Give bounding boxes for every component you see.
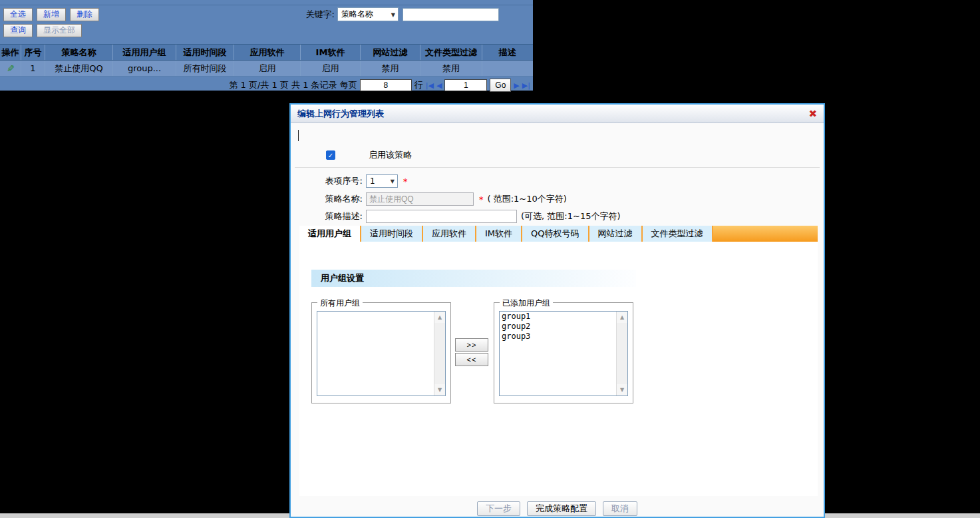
keyword-search-group: 关键字: 策略名称 ▼ xyxy=(306,7,499,21)
page-number-input[interactable] xyxy=(444,79,487,91)
enable-policy-checkbox[interactable]: ✓ xyxy=(326,150,335,160)
page-top-divider xyxy=(0,0,533,5)
tab-app-software[interactable]: 应用软件 xyxy=(423,226,476,242)
scroll-down-icon[interactable]: ▼ xyxy=(434,384,445,395)
cell-time-range: 所有时间段 xyxy=(176,61,234,76)
cell-file-type-filter: 禁用 xyxy=(420,61,482,76)
required-asterisk: * xyxy=(403,176,408,186)
list-item[interactable]: group2 xyxy=(500,322,627,332)
delete-button[interactable]: 删除 xyxy=(70,8,99,21)
all-user-groups-listbox[interactable]: ▲ ▼ xyxy=(317,311,446,396)
list-item[interactable]: group3 xyxy=(500,332,627,342)
finish-config-button[interactable]: 完成策略配置 xyxy=(527,501,596,516)
enable-policy-label: 启用该策略 xyxy=(369,149,412,161)
last-page-icon[interactable]: ▶| xyxy=(522,81,530,90)
column-header-website-filter: 网站过滤 xyxy=(361,45,420,60)
pagination-bar: 第 1 页/共 1 页 共 1 条记录 每页 行 |◀ ◀ Go ▶ ▶| xyxy=(0,77,533,94)
scroll-up-icon[interactable]: ▲ xyxy=(617,312,627,323)
tab-content-panel: 用户组设置 所有用户组 ▲ ▼ >> << 已添加用户组 group1 grou… xyxy=(299,242,818,496)
chevron-down-icon: ▼ xyxy=(391,11,395,17)
prev-page-icon[interactable]: ◀ xyxy=(436,81,442,90)
text-caret xyxy=(298,130,299,141)
list-item[interactable]: group1 xyxy=(500,312,627,322)
table-row: ✎ 1 禁止使用QQ group... 所有时间段 启用 启用 禁用 禁用 xyxy=(0,61,533,77)
policy-list-page: 全选 新增 删除 关键字: 策略名称 ▼ 查询 显示全部 操作 序号 策略名称 … xyxy=(0,0,533,91)
tab-qq-privilege-number[interactable]: QQ特权号码 xyxy=(522,226,589,242)
policy-desc-label: 策略描述: xyxy=(291,210,363,222)
dialog-body: ✓ 启用该策略 表项序号: 1 ▼ * 策略名称: * ( 范围:1~10个字符… xyxy=(291,123,824,517)
all-user-groups-fieldset: 所有用户组 ▲ ▼ xyxy=(311,302,451,403)
enable-policy-row: ✓ 启用该策略 xyxy=(326,149,412,161)
cell-description xyxy=(482,61,532,76)
required-asterisk: * xyxy=(479,194,484,204)
keyword-type-value: 策略名称 xyxy=(341,9,373,20)
added-user-groups-fieldset: 已添加用户组 group1 group2 group3 ▲ ▼ xyxy=(494,302,633,403)
tab-file-type-filter[interactable]: 文件类型过滤 xyxy=(643,226,713,242)
form-divider xyxy=(295,167,820,168)
column-header-index: 序号 xyxy=(21,45,45,60)
all-user-groups-legend: 所有用户组 xyxy=(317,298,363,309)
scroll-down-icon[interactable]: ▼ xyxy=(617,384,627,395)
policy-desc-input[interactable] xyxy=(366,210,517,223)
listbox-scrollbar[interactable]: ▲ ▼ xyxy=(434,312,445,395)
chevron-down-icon: ▼ xyxy=(391,178,395,184)
first-page-icon[interactable]: |◀ xyxy=(426,81,434,90)
tabbar-filler xyxy=(713,226,818,242)
dialog-title: 编辑上网行为管理列表 xyxy=(297,108,384,120)
column-header-im-software: IM软件 xyxy=(301,45,361,60)
move-right-button[interactable]: >> xyxy=(455,338,488,352)
move-left-button[interactable]: << xyxy=(455,353,488,366)
query-button[interactable]: 查询 xyxy=(3,24,33,37)
keyword-label: 关键字: xyxy=(306,9,335,21)
column-header-policy-name: 策略名称 xyxy=(45,45,113,60)
entry-index-row: 表项序号: 1 ▼ * xyxy=(291,174,408,188)
cell-im-software: 启用 xyxy=(301,61,361,76)
keyword-input[interactable] xyxy=(403,8,499,21)
rows-label: 行 xyxy=(414,79,423,91)
tab-user-group[interactable]: 适用用户组 xyxy=(299,226,361,242)
column-header-description: 描述 xyxy=(482,45,532,60)
policy-name-row: 策略名称: * ( 范围:1~10个字符) xyxy=(291,192,567,206)
scroll-up-icon[interactable]: ▲ xyxy=(434,312,445,323)
dialog-titlebar: 编辑上网行为管理列表 ✖ xyxy=(291,105,824,123)
dialog-tabbar: 适用用户组 适用时间段 应用软件 IM软件 QQ特权号码 网站过滤 文件类型过滤 xyxy=(299,226,818,242)
policy-name-input[interactable] xyxy=(366,192,474,206)
next-step-button[interactable]: 下一步 xyxy=(477,501,520,516)
added-user-groups-legend: 已添加用户组 xyxy=(500,298,553,309)
entry-index-select[interactable]: 1 ▼ xyxy=(366,174,398,188)
go-button[interactable]: Go xyxy=(490,79,511,92)
column-header-app-software: 应用软件 xyxy=(234,45,301,60)
close-icon[interactable]: ✖ xyxy=(808,108,817,120)
tab-im-software[interactable]: IM软件 xyxy=(476,226,522,242)
policy-desc-hint: (可选, 范围:1~15个字符) xyxy=(521,210,621,222)
cell-index: 1 xyxy=(21,61,45,76)
edit-icon[interactable]: ✎ xyxy=(7,63,15,74)
select-all-button[interactable]: 全选 xyxy=(3,8,33,21)
entry-index-value: 1 xyxy=(370,176,375,186)
next-page-icon[interactable]: ▶ xyxy=(514,81,519,90)
cell-website-filter: 禁用 xyxy=(361,61,420,76)
page-size-input[interactable] xyxy=(360,79,412,91)
tab-time-range[interactable]: 适用时间段 xyxy=(361,226,423,242)
column-header-file-type-filter: 文件类型过滤 xyxy=(420,45,482,60)
tab-website-filter[interactable]: 网站过滤 xyxy=(589,226,643,242)
edit-policy-dialog: 编辑上网行为管理列表 ✖ ✓ 启用该策略 表项序号: 1 ▼ * 策略名称: *… xyxy=(289,103,825,518)
toolbar: 全选 新增 删除 关键字: 策略名称 ▼ 查询 显示全部 xyxy=(0,5,533,38)
add-button[interactable]: 新增 xyxy=(37,8,66,21)
section-title: 用户组设置 xyxy=(311,270,636,287)
cell-app-software: 启用 xyxy=(234,61,301,76)
cancel-button[interactable]: 取消 xyxy=(603,501,637,516)
policy-table: 操作 序号 策略名称 适用用户组 适用时间段 应用软件 IM软件 网站过滤 文件… xyxy=(0,44,533,77)
listbox-scrollbar[interactable]: ▲ ▼ xyxy=(616,312,627,395)
entry-index-label: 表项序号: xyxy=(291,175,363,187)
added-user-groups-listbox[interactable]: group1 group2 group3 ▲ ▼ xyxy=(499,311,628,396)
checkmark-icon: ✓ xyxy=(328,152,333,159)
pagination-info: 第 1 页/共 1 页 共 1 条记录 每页 xyxy=(229,79,357,91)
show-all-button[interactable]: 显示全部 xyxy=(37,24,82,37)
keyword-type-select[interactable]: 策略名称 ▼ xyxy=(337,7,399,21)
column-header-time-range: 适用时间段 xyxy=(176,45,234,60)
column-header-operation: 操作 xyxy=(0,45,21,60)
policy-name-hint: ( 范围:1~10个字符) xyxy=(488,193,567,205)
policy-desc-row: 策略描述: (可选, 范围:1~15个字符) xyxy=(291,209,621,224)
dialog-footer: 下一步 完成策略配置 取消 xyxy=(291,501,824,516)
